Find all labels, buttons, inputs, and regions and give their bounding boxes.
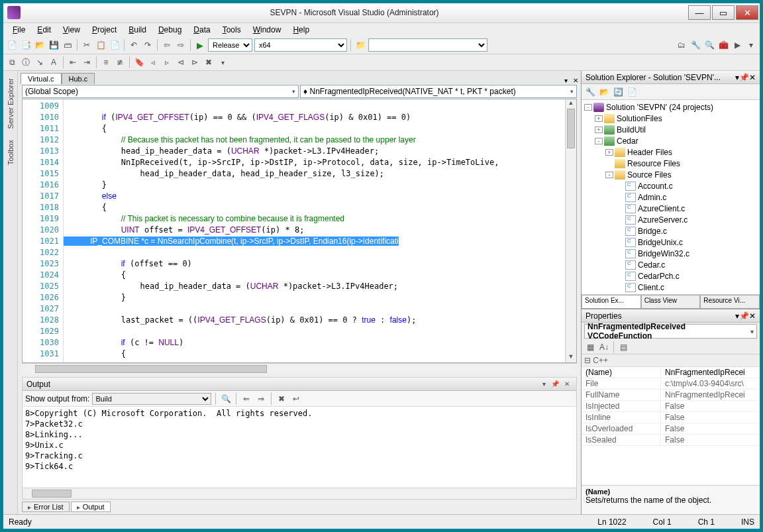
menu-edit[interactable]: Edit	[32, 24, 56, 36]
panel-close-icon[interactable]: ✕	[562, 380, 572, 388]
bookmark-icon[interactable]: 🔖	[133, 56, 145, 68]
editor-vscrollbar[interactable]: ▲ ▼	[565, 99, 576, 362]
tree-node[interactable]: AzureClient.c	[582, 203, 760, 214]
find-dropdown[interactable]	[368, 38, 487, 52]
panel-pin-icon[interactable]: 📌	[548, 380, 562, 388]
next-bookmark-icon[interactable]: ▹	[161, 56, 173, 68]
solution-tree[interactable]: -Solution 'SEVPN' (24 projects)+Solution…	[582, 100, 760, 294]
maximize-button[interactable]: ▭	[712, 5, 735, 20]
properties-grid[interactable]: ⊟ C++(Name)NnFragmentedIpReceiFilec:\tmp…	[582, 354, 760, 485]
menu-tools[interactable]: Tools	[217, 24, 246, 36]
tree-solution-root[interactable]: -Solution 'SEVPN' (24 projects)	[582, 101, 760, 113]
tree-node[interactable]: BridgeUnix.c	[582, 237, 760, 248]
properties-icon[interactable]: 🔧	[584, 86, 596, 98]
tree-node[interactable]: Admin.c	[582, 191, 760, 203]
property-row[interactable]: (Name)NnFragmentedIpRecei	[582, 367, 760, 378]
property-row[interactable]: Filec:\tmp\v4.03-9404\src\	[582, 378, 760, 390]
scope-dropdown[interactable]: (Global Scope)▾	[22, 85, 299, 98]
bottom-tab-error-list[interactable]: ▸Error List	[22, 502, 70, 512]
panel-pin-icon[interactable]: 📌	[739, 311, 749, 321]
start-debug-icon[interactable]: ▶	[194, 39, 206, 51]
redo-icon[interactable]: ↷	[142, 39, 154, 51]
window-list-icon[interactable]: ▾	[745, 39, 757, 51]
tree-node[interactable]: Bridge.c	[582, 225, 760, 237]
decrease-indent-icon[interactable]: ⇤	[67, 56, 79, 68]
member-list-icon[interactable]: ⧉	[6, 56, 18, 68]
config-dropdown[interactable]: Release	[208, 38, 252, 52]
nav-fwd-icon[interactable]: ⇨	[175, 39, 187, 51]
property-row[interactable]: IsOverloadedFalse	[582, 423, 760, 435]
tree-node[interactable]: AzureServer.c	[582, 214, 760, 225]
dock-tab-server-explorer[interactable]: Server Explorer	[5, 74, 17, 133]
nav-back-icon[interactable]: ⇦	[161, 39, 173, 51]
sol-explorer-icon[interactable]: 🗂	[676, 39, 687, 51]
solution-subtab[interactable]: Solution Ex...	[582, 295, 641, 309]
save-icon[interactable]: 💾	[48, 39, 60, 51]
refresh-icon[interactable]: 🔄	[612, 86, 624, 98]
doc-tab[interactable]: Virtual.c	[21, 73, 62, 84]
save-all-icon[interactable]: 🗃	[62, 39, 74, 51]
start-page-icon[interactable]: ▶	[731, 39, 743, 51]
paste-icon[interactable]: 📄	[109, 39, 121, 51]
add-item-icon[interactable]: 📑	[20, 39, 32, 51]
categorized-icon[interactable]: ▦	[584, 341, 596, 353]
clear-output-icon[interactable]: ✖	[276, 393, 287, 405]
tree-node[interactable]: Cedar.c	[582, 259, 760, 270]
alphabetical-icon[interactable]: A↓	[598, 341, 610, 353]
undo-icon[interactable]: ↶	[128, 39, 140, 51]
goto-next-icon[interactable]: ⇒	[255, 393, 267, 405]
tree-node[interactable]: BridgeWin32.c	[582, 248, 760, 259]
panel-close-icon[interactable]: ✕	[749, 311, 756, 321]
tree-node[interactable]: Client.c	[582, 282, 760, 293]
property-pages-icon[interactable]: ▤	[617, 341, 629, 353]
menu-build[interactable]: Build	[123, 24, 152, 36]
scroll-up-icon[interactable]: ▲	[566, 99, 576, 109]
copy-icon[interactable]: 📋	[95, 39, 107, 51]
close-button[interactable]: ✕	[736, 5, 758, 20]
overflow-icon[interactable]: ▾	[217, 56, 229, 68]
menu-help[interactable]: Help	[287, 24, 315, 36]
uncomment-icon[interactable]: ≢	[114, 56, 126, 68]
comment-icon[interactable]: ≡	[100, 56, 112, 68]
tab-dropdown-icon[interactable]: ▾	[562, 77, 570, 84]
properties-object-dropdown[interactable]: NnFragmentedIpReceived VCCodeFunction▾	[584, 324, 757, 339]
find-msg-icon[interactable]: 🔍	[220, 393, 232, 405]
new-project-icon[interactable]: 📄	[6, 39, 18, 51]
dock-tab-toolbox[interactable]: Toolbox	[5, 135, 17, 170]
tree-node[interactable]: Account.c	[582, 180, 760, 191]
properties-icon[interactable]: 🔧	[689, 39, 701, 51]
scroll-down-icon[interactable]: ▼	[566, 353, 576, 362]
solution-subtab[interactable]: Class View	[641, 295, 701, 309]
close-doc-icon[interactable]: ✕	[570, 77, 581, 84]
goto-prev-icon[interactable]: ⇐	[240, 393, 252, 405]
panel-pin-icon[interactable]: 📌	[739, 73, 749, 82]
menu-window[interactable]: Window	[248, 24, 287, 36]
output-text[interactable]: 8>Copyright (C) Microsoft Corporation. A…	[23, 407, 576, 488]
param-info-icon[interactable]: ↘	[34, 56, 46, 68]
obj-browser-icon[interactable]: 🔍	[703, 39, 715, 51]
tree-node[interactable]: -Cedar	[582, 135, 760, 146]
cut-icon[interactable]: ✂	[81, 39, 93, 51]
bottom-tab-output[interactable]: ▸Output	[71, 502, 111, 512]
quick-info-icon[interactable]: ⓘ	[20, 56, 32, 68]
member-dropdown[interactable]: ♦ NnFragmentedIpReceived(NATIVE_NAT * t,…	[300, 85, 577, 98]
platform-dropdown[interactable]: x64	[254, 38, 347, 52]
panel-dropdown-icon[interactable]: ▾	[540, 380, 548, 388]
tree-node[interactable]: -Source Files	[582, 169, 760, 180]
hscroll-thumb[interactable]	[35, 365, 267, 373]
scroll-thumb[interactable]	[567, 109, 575, 148]
solution-subtab[interactable]: Resource Vi...	[700, 295, 760, 309]
next-bookmark-folder-icon[interactable]: ⊳	[189, 56, 201, 68]
panel-close-icon[interactable]: ✕	[749, 73, 756, 82]
toolbox-icon[interactable]: 🧰	[717, 39, 729, 51]
menu-project[interactable]: Project	[87, 24, 122, 36]
clear-bookmarks-icon[interactable]: ✖	[203, 56, 215, 68]
property-row[interactable]: IsInlineFalse	[582, 412, 760, 423]
menu-view[interactable]: View	[58, 24, 85, 36]
code-editor[interactable]: 1009 1010 1011 1012 1013 1014 1015 1016 …	[22, 99, 577, 363]
tree-node[interactable]: +SolutionFiles	[582, 113, 760, 124]
tree-node[interactable]: Resource Files	[582, 158, 760, 169]
property-row[interactable]: IsInjectedFalse	[582, 401, 760, 412]
doc-tab[interactable]: Hub.c	[62, 73, 95, 84]
increase-indent-icon[interactable]: ⇥	[81, 56, 93, 68]
